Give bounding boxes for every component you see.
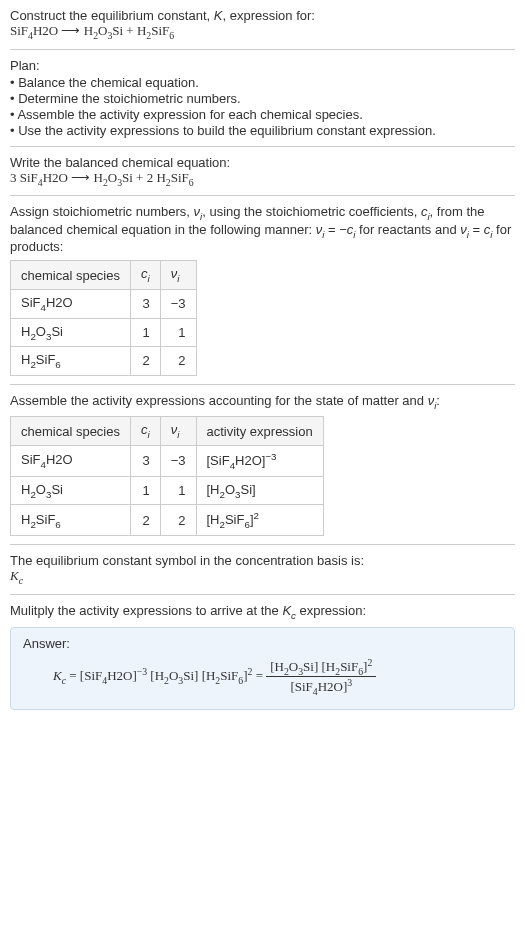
question-header: Construct the equilibrium constant, K, e… [10,8,515,41]
table-header-row: chemical species ci νi [11,261,197,290]
activity-section: Assemble the activity expressions accoun… [10,384,515,537]
col-species: chemical species [11,417,131,446]
stoich-section: Assign stoichiometric numbers, νi, using… [10,195,515,376]
table-row: H2O3Si 1 1 [11,318,197,347]
fraction: [H2O3Si] [H2SiF6]2[SiF4H2O]3 [266,657,376,698]
plan-item: • Determine the stoichiometric numbers. [10,91,515,106]
table-row: H2SiF6 2 2 [H2SiF6]2 [11,505,324,536]
question-line-1: Construct the equilibrium constant, K, e… [10,8,515,23]
answer-label: Answer: [23,636,502,651]
multiply-intro: Mulitply the activity expressions to arr… [10,603,515,621]
stoich-table: chemical species ci νi SiF4H2O 3 −3 H2O3… [10,260,197,375]
plan-list: • Balance the chemical equation. • Deter… [10,75,515,138]
balanced-section: Write the balanced chemical equation: 3 … [10,146,515,188]
text: Construct the equilibrium constant, [10,8,214,23]
table-header-row: chemical species ci νi activity expressi… [11,417,324,446]
plan-item: • Balance the chemical equation. [10,75,515,90]
table-row: H2O3Si 1 1 [H2O3Si] [11,476,324,505]
answer-box: Answer: Kc = [SiF4H2O]−3 [H2O3Si] [H2SiF… [10,627,515,711]
symbol-Kc: Kc [10,568,515,586]
balanced-title: Write the balanced chemical equation: [10,155,515,170]
symbol-section: The equilibrium constant symbol in the c… [10,544,515,586]
plan-section: Plan: • Balance the chemical equation. •… [10,49,515,138]
answer-equation: Kc = [SiF4H2O]−3 [H2O3Si] [H2SiF6]2 = [H… [23,657,502,698]
arrow-icon: ⟶ [68,170,94,185]
arrow-icon: ⟶ [58,23,84,38]
multiply-section: Mulitply the activity expressions to arr… [10,594,515,710]
table-row: H2SiF6 2 2 [11,347,197,376]
activity-table: chemical species ci νi activity expressi… [10,416,324,536]
stoich-intro: Assign stoichiometric numbers, νi, using… [10,204,515,254]
plan-title: Plan: [10,58,515,73]
lhs: SiF4H2O [10,23,58,38]
col-ci: ci [131,417,161,446]
plan-item: • Use the activity expressions to build … [10,123,515,138]
col-nui: νi [160,417,196,446]
denominator: [SiF4H2O]3 [266,677,376,697]
rhs: H2O3Si + H2SiF6 [84,23,174,38]
col-species: chemical species [11,261,131,290]
text: , expression for: [222,8,315,23]
symbol-intro: The equilibrium constant symbol in the c… [10,553,515,568]
activity-intro: Assemble the activity expressions accoun… [10,393,515,411]
col-nui: νi [160,261,196,290]
numerator: [H2O3Si] [H2SiF6]2 [266,657,376,678]
col-activity: activity expression [196,417,323,446]
col-ci: ci [131,261,161,290]
plan-item: • Assemble the activity expression for e… [10,107,515,122]
unbalanced-equation: SiF4H2O ⟶ H2O3Si + H2SiF6 [10,23,515,41]
table-row: SiF4H2O 3 −3 [SiF4H2O]−3 [11,445,324,476]
balanced-equation: 3 SiF4H2O ⟶ H2O3Si + 2 H2SiF6 [10,170,515,188]
table-row: SiF4H2O 3 −3 [11,289,197,318]
